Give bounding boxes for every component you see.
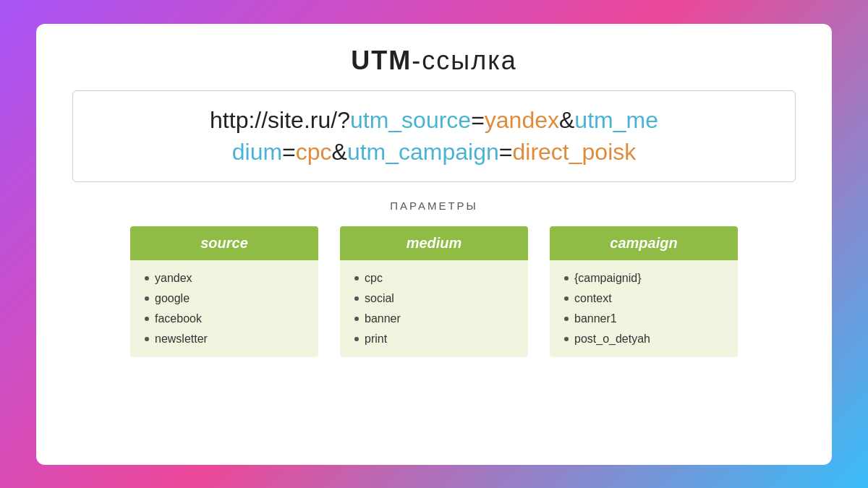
list-item: cpc [354, 272, 514, 285]
url-val-cpc: cpc [296, 139, 332, 165]
bullet-icon [354, 317, 359, 321]
list-item-label: google [155, 292, 190, 305]
url-val-yandex: yandex [485, 107, 559, 133]
list-item: facebook [145, 312, 304, 325]
bullet-icon [354, 337, 359, 341]
bullet-icon [564, 296, 569, 301]
bullet-icon [354, 296, 359, 301]
column-campaign: campaign{campaignid}contextbanner1post_o… [550, 226, 738, 357]
list-item: print [354, 333, 514, 346]
bullet-icon [354, 276, 359, 281]
list-item-label: print [365, 333, 387, 346]
bullet-icon [145, 296, 149, 301]
bullet-icon [145, 317, 149, 321]
list-item: post_o_detyah [564, 333, 723, 346]
main-card: UTM-ссылка http://site.ru/?utm_source=ya… [36, 24, 832, 465]
list-item: social [354, 292, 514, 305]
list-item-label: banner [365, 312, 401, 325]
list-item-label: yandex [155, 272, 192, 285]
url-part2-param: utm_me [574, 107, 658, 133]
col-header-medium: medium [340, 226, 528, 260]
col-header-source: source [130, 226, 318, 260]
col-body-medium: cpcsocialbannerprint [340, 260, 528, 357]
params-columns: sourceyandexgooglefacebooknewslettermedi… [72, 226, 796, 357]
url-val-campaign: direct_poisk [513, 139, 637, 165]
list-item: banner [354, 312, 514, 325]
page-title: UTM-ссылка [351, 46, 516, 76]
list-item: banner1 [564, 312, 723, 325]
url-eq2: = [282, 139, 296, 165]
url-part1-black: http://site.ru/? [210, 107, 350, 133]
list-item-label: facebook [155, 312, 202, 325]
list-item: newsletter [145, 333, 304, 346]
list-item-label: social [365, 292, 394, 305]
url-amp1: & [559, 107, 574, 133]
col-body-source: yandexgooglefacebooknewsletter [130, 260, 318, 357]
bullet-icon [145, 276, 149, 281]
bullet-icon [564, 276, 569, 281]
list-item: {campaignid} [564, 272, 723, 285]
list-item-label: context [574, 292, 612, 305]
bullet-icon [564, 337, 569, 341]
list-item: context [564, 292, 723, 305]
url-part3-cont: dium [232, 139, 282, 165]
list-item-label: post_o_detyah [574, 333, 650, 346]
col-header-campaign: campaign [550, 226, 738, 260]
url-box: http://site.ru/?utm_source=yandex&utm_me… [72, 90, 796, 183]
list-item: yandex [145, 272, 304, 285]
bullet-icon [564, 317, 569, 321]
url-eq3: = [499, 139, 513, 165]
bullet-icon [145, 337, 149, 341]
column-medium: mediumcpcsocialbannerprint [340, 226, 528, 357]
column-source: sourceyandexgooglefacebooknewsletter [130, 226, 318, 357]
url-part1-param: utm_source [350, 107, 471, 133]
col-body-campaign: {campaignid}contextbanner1post_o_detyah [550, 260, 738, 357]
list-item-label: {campaignid} [574, 272, 642, 285]
list-item-label: newsletter [155, 333, 208, 346]
url-eq1: = [471, 107, 485, 133]
list-item-label: banner1 [574, 312, 617, 325]
list-item-label: cpc [365, 272, 383, 285]
list-item: google [145, 292, 304, 305]
url-amp2: & [332, 139, 347, 165]
url-part4-param: utm_campaign [347, 139, 499, 165]
params-label: ПАРАМЕТРЫ [390, 200, 478, 212]
